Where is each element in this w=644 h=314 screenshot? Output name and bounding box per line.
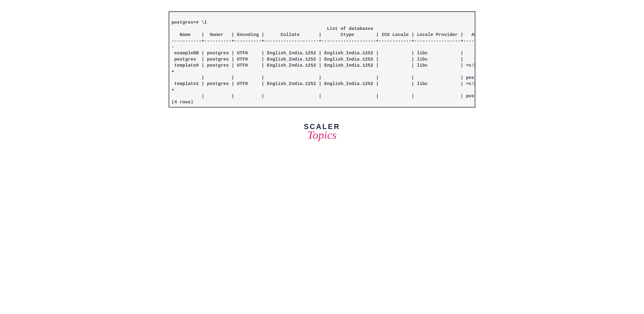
terminal-line: | | | | | | | postgres=CTc/postgres [172,94,475,98]
terminal-output: postgres=# \l List of databases Name | O… [169,11,475,108]
terminal-line: | | | | | | | postgres=CTc/postgres [172,75,475,80]
terminal-line: (4 rows) [172,100,193,105]
logo-container: SCALER Topics [304,123,340,142]
terminal-line: Name | Owner | Encoding | Collate | Ctyp… [172,32,475,37]
terminal-line: -----------+----------+----------+------… [172,38,475,44]
terminal-line: - [172,44,174,50]
terminal-line: List of databases [172,26,373,31]
terminal-line: template0 | postgres | UTF8 | English_In… [172,63,475,68]
logo-topics: Topics [304,128,340,142]
terminal-line: template1 | postgres | UTF8 | English_In… [172,81,475,86]
terminal-line: postgres=# \l [172,20,207,25]
terminal-line: + [172,88,174,92]
terminal-line: + [172,69,174,74]
terminal-line: exampleDB | postgres | UTF8 | English_In… [172,50,463,56]
terminal-line: postgres | postgres | UTF8 | English_Ind… [172,57,463,62]
